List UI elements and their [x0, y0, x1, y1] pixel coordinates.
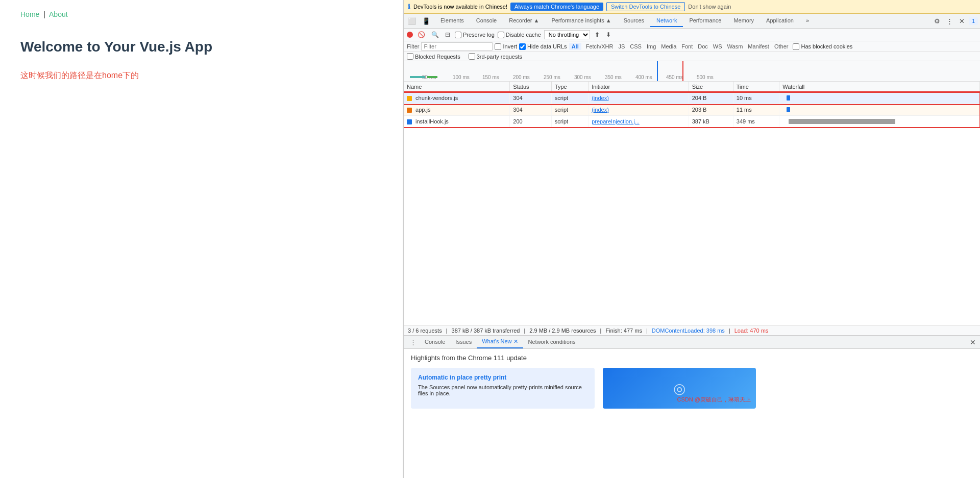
tab-elements[interactable]: Elements	[434, 15, 470, 27]
dont-show-btn[interactable]: Don't show again	[688, 4, 731, 10]
bottom-tab-console[interactable]: Console	[420, 336, 450, 348]
filter-all-btn[interactable]: All	[569, 43, 581, 50]
nav-about-link[interactable]: About	[49, 10, 68, 18]
blocked-requests-checkbox[interactable]	[407, 53, 413, 60]
dom-loaded-time: DOMContentLoaded: 398 ms	[652, 328, 725, 334]
col-status[interactable]: Status	[510, 82, 551, 92]
col-waterfall[interactable]: Waterfall	[779, 82, 980, 92]
filter-manifest[interactable]: Manifest	[745, 43, 772, 50]
hide-data-urls-label[interactable]: Hide data URLs	[519, 43, 567, 50]
filter-font[interactable]: Font	[679, 43, 695, 50]
tab-performance-insights[interactable]: Performance insights ▲	[545, 15, 617, 27]
has-blocked-cookies-checkbox[interactable]	[793, 43, 799, 50]
cell-status: 304	[510, 92, 551, 104]
filter-input[interactable]	[421, 42, 493, 51]
always-match-btn[interactable]: Always match Chrome's language	[510, 3, 603, 11]
bottom-panel-close[interactable]: ✕	[966, 337, 980, 347]
tab-application[interactable]: Application	[760, 15, 800, 27]
disable-cache-label[interactable]: Disable cache	[498, 32, 541, 38]
info-icon: ℹ	[408, 3, 410, 10]
tab-more[interactable]: »	[800, 15, 815, 27]
has-blocked-cookies-label[interactable]: Has blocked cookies	[793, 43, 852, 50]
preserve-log-label[interactable]: Preserve log	[455, 32, 495, 38]
import-btn[interactable]: ⬆	[593, 31, 601, 39]
separator4: |	[646, 328, 648, 334]
nav-home-link[interactable]: Home	[20, 10, 39, 18]
network-table: Name Status Type Initiator Size Time Wat…	[404, 82, 980, 128]
invert-checkbox[interactable]	[495, 43, 501, 50]
cell-time: 10 ms	[733, 92, 779, 104]
initiator-link[interactable]: prepareInjection.j...	[592, 118, 640, 124]
device-icon-btn[interactable]: 📱	[420, 16, 432, 26]
cell-type: script	[551, 116, 588, 128]
inspect-icon-btn[interactable]: ⬜	[406, 16, 418, 26]
bottom-tab-issues[interactable]: Issues	[450, 336, 477, 348]
tab-memory[interactable]: Memory	[727, 15, 760, 27]
timeline-mark-200ms: 200 ms	[513, 74, 530, 80]
hide-data-urls-checkbox[interactable]	[519, 43, 526, 50]
table-row[interactable]: app.js 304 script (index) 203 B 11 ms	[404, 104, 980, 116]
cell-status: 200	[510, 116, 551, 128]
search-btn[interactable]: 🔍	[430, 31, 440, 39]
filter-fetch-xhr[interactable]: Fetch/XHR	[583, 43, 616, 50]
filter-ws[interactable]: WS	[710, 43, 725, 50]
switch-devtools-btn[interactable]: Switch DevTools to Chinese	[606, 2, 685, 11]
filter-wasm[interactable]: Wasm	[725, 43, 746, 50]
wf-bar-gray	[789, 119, 895, 124]
cell-name: chunk-vendors.js	[404, 92, 510, 104]
cell-type: script	[551, 104, 588, 116]
tab-sources[interactable]: Sources	[618, 15, 650, 27]
third-party-label[interactable]: 3rd-party requests	[469, 53, 522, 60]
record-btn[interactable]	[407, 32, 413, 38]
devtools-more-btn[interactable]: ⋮	[944, 16, 955, 26]
filter-icon-btn[interactable]: ⊟	[444, 31, 452, 39]
timeline-mark-100ms: 100 ms	[453, 74, 470, 80]
dom-loaded-line	[657, 61, 658, 81]
tab-network[interactable]: Network	[650, 15, 683, 27]
blocked-requests-label[interactable]: Blocked Requests	[407, 53, 460, 60]
col-name[interactable]: Name	[404, 82, 510, 92]
devtools-settings-btn[interactable]: ⚙	[932, 16, 942, 26]
disable-cache-checkbox[interactable]	[498, 32, 504, 38]
timeline-mark-400ms: 400 ms	[635, 74, 652, 80]
filter-js[interactable]: JS	[616, 43, 627, 50]
bottom-content-title: Highlights from the Chrome 111 update	[411, 354, 973, 362]
initiator-link[interactable]: (index)	[592, 107, 609, 113]
load-time: Load: 470 ms	[734, 328, 769, 334]
timeline-mark-350ms: 350 ms	[605, 74, 622, 80]
col-time[interactable]: Time	[733, 82, 779, 92]
filter-other[interactable]: Other	[772, 43, 791, 50]
file-icon	[407, 119, 412, 124]
cell-waterfall	[779, 116, 980, 128]
filter-css[interactable]: CSS	[627, 43, 644, 50]
filter-img[interactable]: Img	[644, 43, 658, 50]
transferred-size: 387 kB / 387 kB transferred	[452, 328, 520, 334]
tab-console[interactable]: Console	[470, 15, 503, 27]
clear-btn[interactable]: 🚫	[416, 31, 427, 39]
bottom-tab-whats-new[interactable]: What's New ✕	[477, 336, 523, 348]
table-row[interactable]: chunk-vendors.js 304 script (index) 204 …	[404, 92, 980, 104]
table-row[interactable]: installHook.js 200 script prepareInjecti…	[404, 116, 980, 128]
throttling-select[interactable]: No throttling	[544, 30, 590, 39]
col-initiator[interactable]: Initiator	[589, 82, 689, 92]
third-party-checkbox[interactable]	[469, 53, 475, 60]
col-size[interactable]: Size	[689, 82, 733, 92]
tab-performance[interactable]: Performance	[683, 15, 727, 27]
filter-media[interactable]: Media	[658, 43, 679, 50]
timeline-mark-500ms: 500 ms	[697, 74, 714, 80]
preserve-log-checkbox[interactable]	[455, 32, 461, 38]
invert-label[interactable]: Invert	[495, 43, 517, 50]
initiator-link[interactable]: (index)	[592, 95, 609, 101]
third-party-text: 3rd-party requests	[477, 54, 522, 60]
export-btn[interactable]: ⬇	[604, 31, 612, 39]
col-type[interactable]: Type	[551, 82, 588, 92]
devtools-close-btn[interactable]: ✕	[957, 16, 967, 26]
blocked-requests-text: Blocked Requests	[415, 54, 460, 60]
tab-recorder[interactable]: Recorder ▲	[503, 15, 545, 27]
bottom-tab-network-conditions[interactable]: Network conditions	[523, 336, 581, 348]
cell-initiator: (index)	[589, 92, 689, 104]
has-blocked-cookies-text: Has blocked cookies	[801, 43, 852, 49]
timeline-mark-450ms: 450 ms	[666, 74, 683, 80]
network-table-container[interactable]: Name Status Type Initiator Size Time Wat…	[404, 82, 980, 325]
filter-doc[interactable]: Doc	[695, 43, 710, 50]
